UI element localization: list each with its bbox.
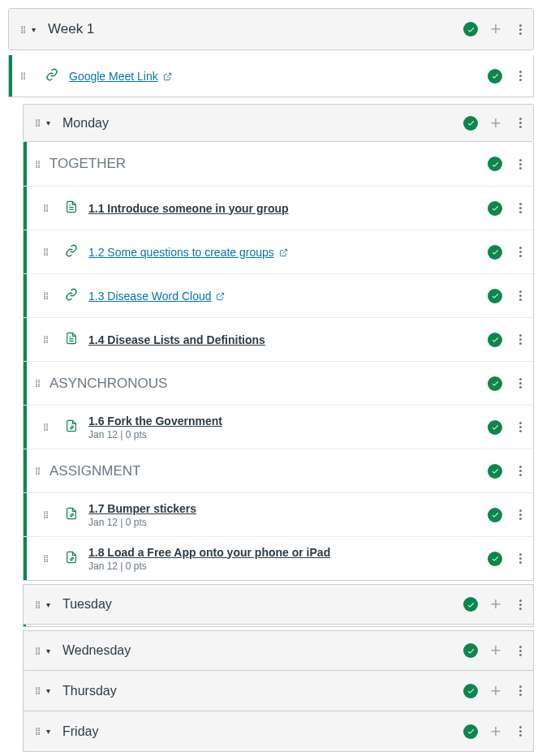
external-link-icon bbox=[163, 71, 172, 84]
published-icon[interactable] bbox=[488, 508, 502, 522]
item-meta: Jan 12 | 0 pts bbox=[88, 561, 488, 572]
item-1-7: ⁞⁞ 1.7 Bumper stickers Jan 12 | 0 pts bbox=[24, 492, 533, 536]
caret-down-icon[interactable]: ▾ bbox=[46, 646, 54, 655]
item-body: 1.8 Load a Free App onto your phone or i… bbox=[88, 538, 488, 580]
published-icon[interactable] bbox=[463, 724, 478, 739]
kebab-icon[interactable] bbox=[514, 509, 527, 520]
published-icon[interactable] bbox=[463, 22, 478, 37]
drag-handle-icon[interactable]: ⁞⁞ bbox=[33, 117, 41, 129]
drag-handle-icon[interactable]: ⁞⁞ bbox=[41, 421, 49, 433]
published-icon[interactable] bbox=[463, 597, 478, 612]
item-body: 1.3 Disease Word Cloud bbox=[88, 281, 488, 311]
kebab-icon[interactable] bbox=[514, 726, 527, 737]
item-title[interactable]: 1.4 Disease Lists and Definitions bbox=[88, 333, 265, 346]
module-title: Thursday bbox=[62, 684, 463, 698]
drag-handle-icon[interactable]: ⁞⁞ bbox=[41, 246, 49, 258]
add-item-button[interactable]: + bbox=[489, 682, 502, 700]
item-controls bbox=[488, 201, 527, 216]
item-controls bbox=[488, 464, 527, 479]
kebab-icon[interactable] bbox=[514, 334, 527, 345]
drag-handle-icon[interactable]: ⁞⁞ bbox=[19, 70, 27, 82]
drag-handle-icon[interactable]: ⁞⁞ bbox=[41, 552, 49, 565]
drag-handle-icon[interactable]: ⁞⁞ bbox=[19, 24, 27, 36]
module-thursday: ⁞⁞ ▾ Thursday + bbox=[23, 671, 534, 711]
published-bar bbox=[24, 274, 27, 317]
published-icon[interactable] bbox=[488, 289, 502, 303]
kebab-icon[interactable] bbox=[514, 553, 527, 564]
item-title[interactable]: 1.1 Introduce someone in your group bbox=[88, 202, 289, 215]
published-icon[interactable] bbox=[488, 201, 502, 216]
kebab-icon[interactable] bbox=[514, 118, 527, 128]
published-icon[interactable] bbox=[488, 157, 502, 171]
item-meta: Jan 12 | 0 pts bbox=[88, 517, 488, 528]
caret-down-icon[interactable]: ▾ bbox=[46, 118, 54, 127]
item-controls bbox=[488, 508, 527, 522]
item-link[interactable]: 1.2 Some questions to create groups bbox=[88, 246, 288, 259]
drag-handle-icon[interactable]: ⁞⁞ bbox=[33, 645, 41, 657]
drag-handle-icon[interactable]: ⁞⁞ bbox=[33, 599, 41, 611]
external-link-icon bbox=[279, 247, 288, 260]
published-bar bbox=[24, 230, 27, 273]
item-title[interactable]: 1.8 Load a Free App onto your phone or i… bbox=[88, 546, 330, 559]
published-icon[interactable] bbox=[488, 464, 502, 479]
item-body: 1.7 Bumper stickers Jan 12 | 0 pts bbox=[88, 494, 488, 536]
kebab-icon[interactable] bbox=[514, 378, 527, 389]
kebab-icon[interactable] bbox=[514, 599, 527, 610]
kebab-icon[interactable] bbox=[514, 422, 527, 432]
published-bar bbox=[24, 406, 27, 449]
add-item-button[interactable]: + bbox=[489, 595, 502, 613]
item-1-3: ⁞⁞ 1.3 Disease Word Cloud bbox=[24, 273, 533, 317]
published-bar bbox=[24, 318, 27, 361]
caret-down-icon[interactable]: ▾ bbox=[46, 686, 54, 695]
item-1-8: ⁞⁞ 1.8 Load a Free App onto your phone o… bbox=[24, 536, 533, 580]
kebab-icon[interactable] bbox=[514, 247, 527, 257]
heading-title: ASSIGNMENT bbox=[49, 463, 488, 479]
published-icon[interactable] bbox=[488, 376, 502, 391]
published-icon[interactable] bbox=[488, 69, 502, 84]
drag-handle-icon[interactable]: ⁞⁞ bbox=[33, 158, 41, 170]
add-item-button[interactable]: + bbox=[489, 114, 502, 132]
drag-handle-icon[interactable]: ⁞⁞ bbox=[41, 202, 49, 214]
kebab-icon[interactable] bbox=[514, 203, 527, 213]
drag-handle-icon[interactable]: ⁞⁞ bbox=[41, 333, 49, 346]
drag-handle-icon[interactable]: ⁞⁞ bbox=[41, 290, 49, 302]
module-friday: ⁞⁞ ▾ Friday + bbox=[23, 711, 534, 752]
caret-down-icon[interactable]: ▾ bbox=[46, 600, 54, 609]
kebab-icon[interactable] bbox=[514, 71, 527, 81]
kebab-icon[interactable] bbox=[514, 646, 527, 656]
kebab-icon[interactable] bbox=[514, 290, 527, 301]
item-title[interactable]: 1.6 Fork the Government bbox=[88, 415, 222, 427]
module-controls: + bbox=[463, 114, 527, 132]
drag-handle-icon[interactable]: ⁞⁞ bbox=[33, 725, 41, 737]
published-icon[interactable] bbox=[488, 245, 502, 260]
item-title[interactable]: 1.7 Bumper stickers bbox=[88, 502, 196, 515]
item-body: 1.6 Fork the Government Jan 12 | 0 pts bbox=[88, 406, 488, 449]
drag-handle-icon[interactable]: ⁞⁞ bbox=[33, 685, 41, 697]
item-controls bbox=[488, 552, 527, 566]
caret-down-icon[interactable]: ▾ bbox=[32, 25, 40, 34]
item-link[interactable]: Google Meet Link bbox=[69, 70, 488, 83]
caret-down-icon[interactable]: ▾ bbox=[46, 727, 54, 736]
published-icon[interactable] bbox=[463, 684, 478, 698]
add-item-button[interactable]: + bbox=[489, 20, 502, 38]
item-controls bbox=[488, 157, 527, 171]
kebab-icon[interactable] bbox=[514, 685, 527, 696]
kebab-icon[interactable] bbox=[514, 24, 527, 35]
page-icon bbox=[64, 200, 79, 217]
heading-title: TOGETHER bbox=[49, 156, 488, 172]
published-icon[interactable] bbox=[463, 643, 478, 658]
published-icon[interactable] bbox=[463, 116, 478, 131]
item-link[interactable]: 1.3 Disease Word Cloud bbox=[88, 290, 225, 303]
kebab-icon[interactable] bbox=[514, 159, 527, 170]
assignment-icon bbox=[64, 550, 79, 567]
kebab-icon[interactable] bbox=[514, 466, 527, 476]
add-item-button[interactable]: + bbox=[489, 723, 502, 741]
drag-handle-icon[interactable]: ⁞⁞ bbox=[33, 377, 41, 389]
published-icon[interactable] bbox=[488, 420, 502, 435]
item-body: 1.2 Some questions to create groups bbox=[88, 238, 488, 267]
published-icon[interactable] bbox=[488, 333, 502, 347]
drag-handle-icon[interactable]: ⁞⁞ bbox=[33, 465, 41, 477]
published-icon[interactable] bbox=[488, 552, 502, 566]
add-item-button[interactable]: + bbox=[489, 642, 502, 659]
drag-handle-icon[interactable]: ⁞⁞ bbox=[41, 509, 49, 521]
